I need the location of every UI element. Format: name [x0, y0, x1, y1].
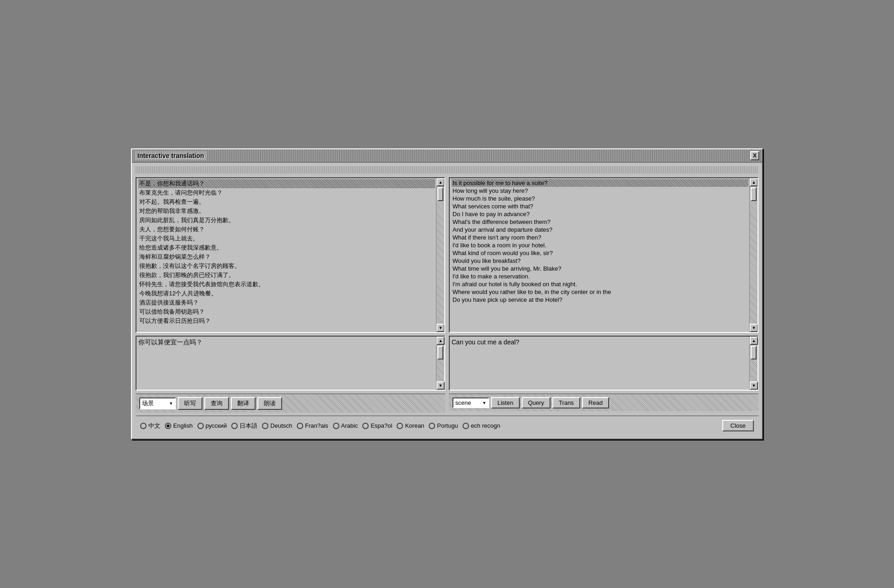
right-list-item[interactable]: Is it possible for me to have a suite?: [452, 179, 748, 187]
lang-option-portugu[interactable]: Portugu: [429, 422, 458, 429]
right-list-item[interactable]: Do you have pick up service at the Hotel…: [452, 296, 748, 304]
right-list-inner: Is it possible for me to have a suite?Ho…: [450, 178, 758, 332]
right-list-item[interactable]: What's the difference between them?: [452, 218, 748, 226]
right-list-item[interactable]: What services come with that?: [452, 202, 748, 210]
left-list-item[interactable]: 很抱歉，没有以这个名字订房的顾客。: [138, 261, 435, 271]
close-window-button[interactable]: X: [750, 151, 759, 160]
radio-2[interactable]: [197, 423, 204, 429]
lang-option-espaol[interactable]: Espa?ol: [362, 422, 392, 429]
left-btn-translate[interactable]: 翻译: [231, 397, 256, 410]
left-scroll-down[interactable]: ▼: [436, 324, 445, 332]
radio-8[interactable]: [397, 423, 403, 429]
left-list-item[interactable]: 今晚我想请12个人共进晚餐。: [138, 289, 435, 298]
right-textarea-box: Can you cut me a deal? ▲ ▼: [449, 336, 758, 391]
left-scroll-thumb[interactable]: [437, 187, 443, 201]
left-ta-scroll-down[interactable]: ▼: [436, 381, 445, 390]
lang-option-korean[interactable]: Korean: [397, 422, 424, 429]
radio-4[interactable]: [262, 423, 268, 429]
title-bar: Interactive translation X: [132, 149, 762, 163]
left-ta-scroll-up[interactable]: ▲: [436, 337, 445, 345]
lang-option-[interactable]: русский: [197, 422, 227, 429]
right-textarea-content[interactable]: Can you cut me a deal?: [450, 337, 758, 390]
lang-label-1: English: [173, 422, 193, 429]
lang-option-deutsch[interactable]: Deutsch: [262, 422, 292, 429]
lang-label-6: Arabic: [341, 422, 358, 429]
radio-10[interactable]: [463, 423, 469, 429]
right-list-box[interactable]: Is it possible for me to have a suite?Ho…: [449, 177, 758, 333]
right-list-item[interactable]: How long will you stay here?: [452, 187, 748, 195]
left-list-item[interactable]: 可以方便看示日历抢日吗？: [138, 316, 435, 326]
right-list-item[interactable]: What kind of room would you like, sir?: [452, 249, 748, 257]
right-list-scrollbar[interactable]: ▲ ▼: [749, 178, 758, 332]
left-list-item[interactable]: 酒店提供接送服务吗？: [138, 298, 435, 307]
right-textarea-scrollbar[interactable]: ▲ ▼: [749, 337, 758, 390]
right-list-item[interactable]: Where would you rather like to be, in th…: [452, 288, 748, 296]
left-textarea-scrollbar[interactable]: ▲ ▼: [436, 337, 444, 390]
right-dropdown[interactable]: scene ▼: [452, 397, 489, 408]
language-bar: 中文Englishрусский日本語DeutschFran?aisArabic…: [136, 415, 758, 435]
right-list-item[interactable]: Do I have to pay in advance?: [452, 210, 748, 218]
top-decoration-bar: [136, 166, 758, 174]
left-btn-query[interactable]: 查询: [204, 397, 229, 410]
left-list-item[interactable]: 夫人，您想要如何付账？: [138, 225, 435, 234]
lang-option-[interactable]: 中文: [140, 422, 160, 430]
right-list-item[interactable]: Would you like breakfast?: [452, 257, 748, 265]
right-list-item[interactable]: What time will you be arriving, Mr. Blak…: [452, 265, 748, 272]
left-list-item[interactable]: 房间如此脏乱，我们真是万分抱歉。: [138, 216, 435, 225]
radio-6[interactable]: [333, 423, 339, 429]
right-ta-scroll-up[interactable]: ▲: [750, 337, 758, 345]
lang-option-arabic[interactable]: Arabic: [333, 422, 358, 429]
lang-option-[interactable]: 日本語: [231, 422, 257, 430]
left-list-box[interactable]: 不是，你想和我通话吗？布莱克先生，请问您何时光临？对不起。我再检查一遍。对您的帮…: [136, 177, 445, 333]
radio-7[interactable]: [362, 423, 369, 429]
lang-label-8: Korean: [405, 422, 424, 429]
right-scroll-up[interactable]: ▲: [750, 178, 758, 186]
left-list-item[interactable]: 干完这个我马上就去。: [138, 234, 435, 243]
radio-0[interactable]: [140, 423, 147, 429]
right-scroll-thumb[interactable]: [751, 187, 757, 201]
right-list-item[interactable]: How much is the suite, please?: [452, 195, 748, 202]
left-list-item[interactable]: 怀特先生，请您接受我代表旅馆向您表示道歉。: [138, 280, 435, 289]
main-window: Interactive translation X 不是，你想和我通话吗？布莱克…: [131, 148, 763, 440]
panels-row: 不是，你想和我通话吗？布莱克先生，请问您何时光临？对不起。我再检查一遍。对您的帮…: [136, 177, 758, 413]
right-btn-trans[interactable]: Trans: [552, 397, 580, 408]
right-list-item[interactable]: What if there isn't any room then?: [452, 234, 748, 241]
radio-1[interactable]: [165, 423, 171, 429]
close-button[interactable]: Close: [722, 420, 754, 431]
radio-9[interactable]: [429, 423, 435, 429]
right-list-item[interactable]: I'd like to book a room in your hotel.: [452, 241, 748, 249]
right-panel: Is it possible for me to have a suite?Ho…: [449, 177, 758, 413]
left-list-item[interactable]: 海鲜和豆腐炒锅菜怎么样？: [138, 252, 435, 261]
right-list-item[interactable]: And your arrival and departure dates?: [452, 226, 748, 234]
left-ta-scroll-thumb[interactable]: [437, 346, 443, 359]
left-list-item[interactable]: 布莱克先生，请问您何时光临？: [138, 188, 435, 197]
left-btn-read[interactable]: 朗读: [257, 397, 282, 410]
lang-option-echrecogn[interactable]: ech recogn: [463, 422, 500, 429]
right-list-item[interactable]: I'm afraid our hotel is fully booked on …: [452, 280, 748, 288]
right-btn-listen[interactable]: Listen: [491, 397, 520, 408]
right-btn-query[interactable]: Query: [522, 397, 551, 408]
left-list-item[interactable]: 不是，你想和我通话吗？: [138, 179, 435, 188]
left-textarea-content[interactable]: 你可以算便宜一点吗？: [136, 337, 444, 390]
right-ta-scroll-down[interactable]: ▼: [750, 381, 758, 390]
right-btn-read[interactable]: Read: [582, 397, 609, 408]
left-list-item[interactable]: 可以借给我备用钥匙吗？: [138, 307, 435, 316]
left-scroll-up[interactable]: ▲: [436, 178, 445, 186]
radio-3[interactable]: [231, 423, 238, 429]
left-list-scrollbar[interactable]: ▲ ▼: [436, 178, 444, 332]
left-list-item[interactable]: 很抱款，我们那晚的房已经订满了。: [138, 271, 435, 280]
lang-label-3: 日本語: [240, 422, 257, 430]
right-ta-scroll-thumb[interactable]: [751, 346, 757, 359]
left-list-item[interactable]: 对您的帮助我非常感激。: [138, 207, 435, 216]
left-dropdown[interactable]: 场景 ▼: [139, 397, 176, 409]
lang-option-english[interactable]: English: [165, 422, 193, 429]
left-list-item[interactable]: 对不起。我再检查一遍。: [138, 197, 435, 207]
left-list-item[interactable]: 给您造成诸多不便我深感歉意。: [138, 243, 435, 252]
right-scroll-down[interactable]: ▼: [750, 324, 758, 332]
left-btn-dictate[interactable]: 听写: [178, 397, 202, 410]
lang-option-franais[interactable]: Fran?ais: [297, 422, 328, 429]
left-textarea-box: 你可以算便宜一点吗？ ▲ ▼: [136, 336, 445, 391]
right-list-item[interactable]: I'd like to make a reservation.: [452, 272, 748, 280]
left-dropdown-arrow: ▼: [169, 401, 173, 406]
radio-5[interactable]: [297, 423, 303, 429]
